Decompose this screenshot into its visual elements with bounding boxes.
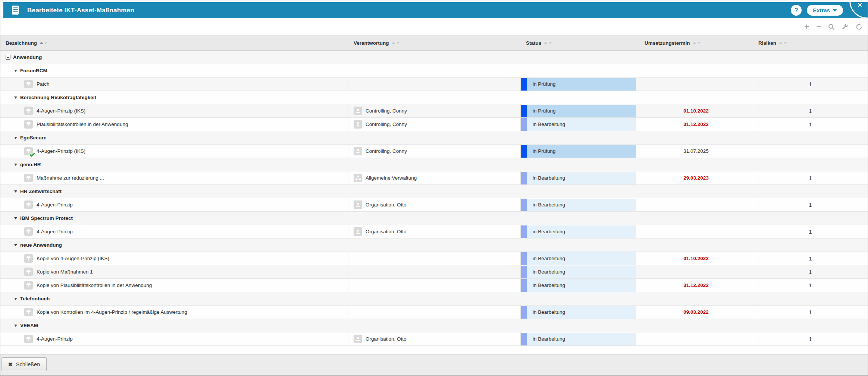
column-header-umsetzungstermin[interactable]: Umsetzungstermin bbox=[639, 35, 753, 50]
tree-group-row[interactable]: HR Zeitwirtschaft bbox=[0, 185, 868, 198]
table-row[interactable]: 4-Augen-PrinzipOrganisation, Ottoin Bear… bbox=[0, 225, 868, 238]
due-date-overdue: 01.10.2022 bbox=[683, 256, 709, 261]
column-label: Risiken bbox=[758, 40, 776, 46]
tree-group-row[interactable]: EgoSecure bbox=[0, 131, 868, 145]
table-row[interactable]: Kopie von Kontrollen im 4-Augen-Prinzip … bbox=[0, 306, 868, 319]
table-row[interactable]: Patchin Prüfung1 bbox=[0, 78, 868, 91]
expanded-triangle-icon[interactable] bbox=[14, 244, 17, 246]
status-color-bar bbox=[521, 105, 527, 117]
sort-asc-icon[interactable] bbox=[392, 42, 395, 44]
expand-all-icon[interactable]: + bbox=[804, 23, 809, 31]
expanded-triangle-icon[interactable] bbox=[14, 97, 17, 99]
search-icon[interactable] bbox=[828, 23, 835, 30]
sort-desc-icon[interactable] bbox=[697, 42, 701, 44]
responsible-name: Organisation, Otto bbox=[366, 229, 407, 234]
person-icon bbox=[354, 107, 362, 115]
sort-asc-icon[interactable] bbox=[544, 42, 548, 44]
sort-icons[interactable] bbox=[779, 42, 787, 44]
status-label: in Bearbeitung bbox=[527, 121, 565, 127]
sort-desc-icon[interactable] bbox=[783, 42, 787, 44]
sort-asc-icon[interactable] bbox=[693, 42, 696, 44]
risk-count: 1 bbox=[809, 256, 812, 262]
expanded-triangle-icon[interactable] bbox=[14, 298, 17, 300]
risk-count: 1 bbox=[809, 175, 812, 181]
measure-name: 4-Augen-Prinzip (IKS) bbox=[37, 108, 85, 114]
status-badge: in Bearbeitung bbox=[521, 225, 636, 238]
sort-icons[interactable] bbox=[544, 42, 552, 44]
expanded-triangle-icon[interactable] bbox=[14, 70, 17, 72]
tree-group-row[interactable]: Telefonbuch bbox=[0, 292, 868, 306]
tree-group-row[interactable]: geno.HR bbox=[0, 158, 868, 171]
tree-group-row[interactable]: neue Anwendung bbox=[0, 238, 868, 252]
measure-name: 4-Augen-Prinzip bbox=[37, 229, 73, 234]
table-row[interactable]: 4-Augen-Prinzip (IKS)Controlling, Connyi… bbox=[0, 104, 868, 118]
sort-desc-icon[interactable] bbox=[44, 42, 48, 44]
measure-umbrella-icon bbox=[24, 107, 33, 115]
tree-group-row[interactable]: IBM Spectrum Protect bbox=[0, 212, 868, 225]
status-badge: in Bearbeitung bbox=[521, 172, 636, 184]
table-row[interactable]: Maßnahme zur reduzierung ...Allgemeine V… bbox=[0, 171, 868, 185]
due-date-overdue: 29.03.2023 bbox=[683, 175, 709, 181]
table-row[interactable]: Kopie von 4-Augen-Prinzip (IKS)in Bearbe… bbox=[0, 252, 868, 265]
status-color-bar bbox=[521, 199, 527, 211]
table-row[interactable]: Kopie von Plausibilitätskontrollen in de… bbox=[0, 279, 868, 292]
column-header-status[interactable]: Status bbox=[521, 35, 639, 50]
expanded-triangle-icon[interactable] bbox=[14, 325, 17, 327]
measure-umbrella-icon bbox=[24, 200, 33, 209]
settings-wrench-icon[interactable] bbox=[842, 23, 849, 30]
expanded-triangle-icon[interactable] bbox=[14, 137, 17, 139]
table-row[interactable]: 4-Augen-PrinzipOrganisation, Ottoin Bear… bbox=[0, 332, 868, 346]
question-icon: ? bbox=[795, 7, 798, 14]
expanded-triangle-icon[interactable] bbox=[14, 190, 17, 193]
collapse-box-icon[interactable] bbox=[6, 55, 10, 60]
status-label: in Bearbeitung bbox=[527, 175, 565, 181]
chevron-down-icon bbox=[833, 9, 837, 12]
sort-icons[interactable] bbox=[392, 42, 400, 44]
measure-name: Kopie von 4-Augen-Prinzip (IKS) bbox=[37, 256, 109, 261]
responsible-name: Organisation, Otto bbox=[366, 336, 407, 342]
expanded-triangle-icon[interactable] bbox=[14, 164, 17, 166]
person-icon bbox=[354, 120, 362, 129]
measure-name: Kopie von Maßnahmen 1 bbox=[37, 269, 93, 275]
table-row[interactable]: Plausibilitätskontrollen in der Anwendun… bbox=[0, 118, 868, 131]
table-row[interactable]: 4-Augen-Prinzip (IKS)Controlling, Connyi… bbox=[0, 145, 868, 158]
sort-desc-icon[interactable] bbox=[548, 42, 552, 44]
person-icon bbox=[354, 335, 362, 343]
expanded-triangle-icon[interactable] bbox=[14, 217, 17, 219]
tree-group-row[interactable]: Berechnung Risikotragfähigkeit bbox=[0, 91, 868, 104]
responsible-name: Controlling, Conny bbox=[366, 108, 407, 114]
sort-desc-icon[interactable] bbox=[396, 42, 400, 44]
status-color-bar bbox=[521, 225, 527, 238]
person-icon bbox=[354, 147, 362, 155]
column-header-risiken[interactable]: Risiken bbox=[753, 35, 868, 50]
extras-button[interactable]: Extras bbox=[807, 5, 843, 16]
extras-button-label: Extras bbox=[813, 7, 830, 13]
risk-count: 1 bbox=[809, 121, 812, 127]
column-header-verantwortung[interactable]: Verantwortung bbox=[348, 35, 521, 50]
help-button[interactable]: ? bbox=[791, 5, 802, 16]
refresh-icon[interactable] bbox=[856, 23, 862, 30]
column-header-bezeichnung[interactable]: Bezeichnung bbox=[0, 35, 348, 50]
group-label: IBM Spectrum Protect bbox=[20, 215, 73, 221]
group-label: neue Anwendung bbox=[20, 242, 62, 248]
collapse-all-icon[interactable]: − bbox=[816, 23, 821, 31]
close-dialog-icon[interactable]: ✕ bbox=[858, 2, 862, 8]
measure-umbrella-icon bbox=[24, 147, 33, 155]
dialog-bearbeitete-ikt-asset-massnahmen: Bearbeitete IKT-Asset-Maßnahmen ? Extras… bbox=[0, 0, 868, 376]
table-row[interactable]: 4-Augen-PrinzipOrganisation, Ottoin Bear… bbox=[0, 198, 868, 212]
sort-icons[interactable] bbox=[693, 42, 701, 44]
due-date-overdue: 09.03.2022 bbox=[683, 309, 709, 315]
tree-group-row[interactable]: VEEAM bbox=[0, 319, 868, 332]
close-button[interactable]: ✖ Schließen bbox=[1, 357, 47, 371]
table-body: AnwendungForumBCMPatchin Prüfung1Berechn… bbox=[0, 51, 868, 346]
table-row[interactable]: Kopie von Maßnahmen 1in Bearbeitung1 bbox=[0, 265, 868, 279]
sort-icons[interactable] bbox=[40, 42, 48, 44]
sort-asc-icon[interactable] bbox=[779, 42, 783, 44]
sort-asc-icon[interactable] bbox=[40, 42, 43, 44]
status-badge: in Bearbeitung bbox=[521, 266, 636, 278]
status-label: in Bearbeitung bbox=[527, 256, 565, 261]
due-date: 31.07.2025 bbox=[683, 148, 709, 154]
group-label: Berechnung Risikotragfähigkeit bbox=[20, 95, 96, 100]
tree-group-row[interactable]: Anwendung bbox=[0, 51, 868, 64]
tree-group-row[interactable]: ForumBCM bbox=[0, 64, 868, 78]
